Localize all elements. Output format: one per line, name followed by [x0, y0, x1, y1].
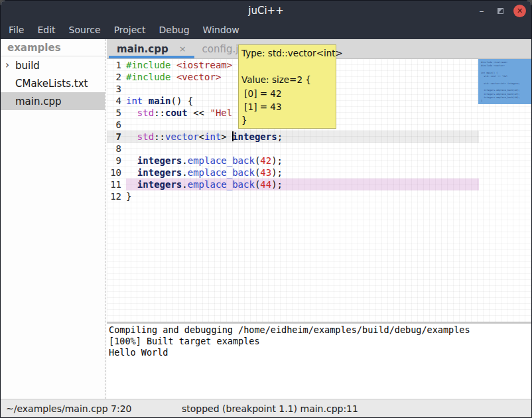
code-line: 7 std::vector<int> integers; — [107, 131, 479, 143]
tooltip-line: } — [241, 113, 333, 127]
code-line: 11 integers.emplace_back(44); — [107, 178, 479, 190]
chevron-right-icon[interactable]: › — [5, 59, 9, 71]
line-number[interactable]: 8 — [107, 143, 126, 155]
menu-item-window[interactable]: Window — [196, 25, 246, 35]
code-text: integers.emplace_back(42); — [126, 155, 479, 167]
minimap[interactable]: #include <iostream> #include <vector> in… — [478, 59, 531, 104]
menu-item-debug[interactable]: Debug — [153, 25, 196, 35]
code-line: 9 integers.emplace_back(42); — [107, 155, 479, 167]
tab-main-cpp[interactable]: main.cpp× — [109, 39, 194, 58]
output-line: [100%] Built target examples — [109, 336, 531, 347]
output-line: Hello World — [109, 347, 531, 358]
line-number[interactable]: 4 — [107, 95, 126, 107]
menu-item-project[interactable]: Project — [107, 25, 153, 35]
tooltip-line — [241, 60, 333, 73]
file-tree-panel: examples ›buildCMakeLists.txtmain.cpp — [1, 39, 105, 399]
line-number[interactable]: 6 — [107, 119, 126, 131]
line-number[interactable]: 3 — [107, 83, 126, 95]
line-number[interactable]: 7 — [107, 131, 126, 143]
code-text: integers.emplace_back(44); — [126, 178, 479, 190]
menu-item-file[interactable]: File — [2, 25, 31, 35]
code-line: 12} — [107, 190, 479, 202]
code-text: std::vector<int> integers; — [126, 131, 479, 143]
tree-item-build[interactable]: ›build — [1, 56, 105, 74]
tooltip-line: Value: size=2 { — [241, 73, 333, 86]
tree-item-main-cpp[interactable]: main.cpp — [1, 92, 105, 110]
line-number[interactable]: 5 — [107, 107, 126, 119]
line-number[interactable]: 10 — [107, 167, 126, 178]
code-text: integers.emplace_back(43); — [126, 167, 479, 178]
project-name: examples — [1, 39, 105, 56]
debug-value-tooltip: Type: std::vector<int> Value: size=2 { [… — [238, 44, 336, 129]
line-number[interactable]: 2 — [107, 71, 126, 83]
tree-item-label: main.cpp — [1, 96, 62, 107]
tree-item-label: CMakeLists.txt — [1, 78, 88, 90]
code-text — [126, 143, 479, 155]
line-number[interactable]: 1 — [107, 59, 126, 71]
tooltip-line: Type: std::vector<int> — [241, 46, 333, 60]
line-number[interactable]: 11 — [107, 178, 126, 190]
line-number[interactable]: 12 — [107, 190, 126, 202]
title-bar: juCi++ – ✕ — [1, 1, 531, 21]
window-title: juCi++ — [248, 5, 283, 17]
minimap-code: #include <iostream> #include <vector> in… — [478, 59, 531, 104]
status-debug-state: stopped (breakpoint 1.1) main.cpp:11 — [182, 403, 358, 414]
line-number[interactable]: 9 — [107, 155, 126, 167]
minimize-icon[interactable]: – — [476, 7, 488, 14]
status-file-location: ~/examples/main.cpp 7:20 — [6, 403, 132, 414]
tooltip-line: [0] = 42 — [241, 87, 333, 100]
status-bar: ~/examples/main.cpp 7:20 stopped (breakp… — [1, 399, 531, 417]
menu-bar: FileEditSourceProjectDebugWindow — [1, 21, 531, 39]
tooltip-line: [1] = 43 — [241, 100, 333, 113]
code-line: 10 integers.emplace_back(43); — [107, 167, 479, 178]
file-tree: ›buildCMakeLists.txtmain.cpp — [1, 56, 105, 110]
code-text: } — [126, 190, 479, 202]
tree-item-cmakelists-txt[interactable]: CMakeLists.txt — [1, 74, 105, 92]
close-icon[interactable]: ✕ — [513, 5, 526, 17]
menu-item-edit[interactable]: Edit — [31, 25, 62, 35]
compile-output: Compiling and debugging /home/eidheim/ex… — [107, 324, 531, 399]
app-window: juCi++ – ✕ FileEditSourceProjectDebugWin… — [0, 0, 532, 418]
window-controls: – ✕ — [476, 1, 526, 21]
output-line: Compiling and debugging /home/eidheim/ex… — [109, 324, 531, 336]
tab-label: main.cpp — [117, 43, 168, 55]
code-line: 8 — [107, 143, 479, 155]
restore-icon[interactable] — [498, 8, 503, 14]
tab-close-icon[interactable]: × — [179, 44, 186, 54]
menu-item-source[interactable]: Source — [62, 25, 107, 35]
